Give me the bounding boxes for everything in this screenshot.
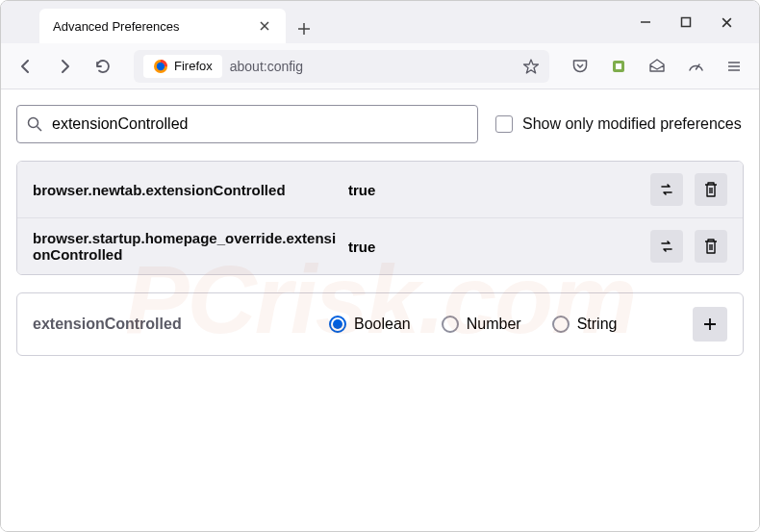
radio-boolean[interactable]: Boolean xyxy=(329,316,411,333)
menu-button[interactable] xyxy=(721,53,747,80)
pocket-icon[interactable] xyxy=(567,53,594,80)
back-button[interactable] xyxy=(13,53,39,80)
add-button[interactable] xyxy=(693,307,727,342)
toggle-button[interactable] xyxy=(650,173,683,206)
preference-name: browser.startup.homepage_override.extens… xyxy=(33,230,337,263)
address-bar[interactable]: Firefox about:config xyxy=(134,50,549,83)
search-box[interactable] xyxy=(16,105,478,143)
firefox-icon xyxy=(153,59,168,74)
search-input[interactable] xyxy=(52,115,468,133)
delete-button[interactable] xyxy=(695,173,727,206)
preference-value: true xyxy=(348,182,639,198)
tab-bar: Advanced Preferences xyxy=(1,1,759,43)
new-preference-name: extensionControlled xyxy=(33,316,302,333)
bookmark-star-icon[interactable] xyxy=(522,58,540,75)
mail-icon[interactable] xyxy=(644,53,671,80)
minimize-button[interactable] xyxy=(638,14,653,30)
delete-button[interactable] xyxy=(695,230,727,263)
preference-name: browser.newtab.extensionControlled xyxy=(33,182,337,198)
radio-label: Boolean xyxy=(354,316,411,333)
preference-value: true xyxy=(348,239,639,255)
radio-label: Number xyxy=(467,316,521,333)
show-modified-checkbox[interactable]: Show only modified preferences xyxy=(495,115,742,133)
url-text: about:config xyxy=(230,59,303,74)
about-config-content: Show only modified preferences browser.n… xyxy=(1,89,759,531)
checkbox-icon xyxy=(495,115,513,133)
preference-row: browser.newtab.extensionControlled true xyxy=(17,162,743,218)
radio-number[interactable]: Number xyxy=(442,316,521,333)
window-controls xyxy=(638,14,751,30)
new-tab-button[interactable] xyxy=(286,14,322,43)
svg-rect-0 xyxy=(682,18,691,27)
radio-string[interactable]: String xyxy=(552,316,618,333)
svg-point-5 xyxy=(29,118,38,128)
tab-title: Advanced Preferences xyxy=(53,19,180,34)
type-radio-group: Boolean Number String xyxy=(329,316,617,333)
meter-icon[interactable] xyxy=(682,53,709,80)
preference-actions xyxy=(650,230,727,263)
checkbox-label: Show only modified preferences xyxy=(522,115,742,133)
radio-icon xyxy=(552,316,570,333)
extension-icon[interactable] xyxy=(605,53,632,80)
svg-rect-4 xyxy=(616,63,621,69)
close-tab-icon[interactable] xyxy=(257,18,272,34)
new-preference-row: extensionControlled Boolean Number Strin… xyxy=(16,292,744,356)
preference-actions xyxy=(650,173,727,206)
radio-label: String xyxy=(577,316,618,333)
reload-button[interactable] xyxy=(89,53,116,80)
radio-icon xyxy=(329,316,346,333)
identity-label: Firefox xyxy=(174,59,213,73)
browser-tab[interactable]: Advanced Preferences xyxy=(39,9,286,43)
search-row: Show only modified preferences xyxy=(16,105,744,143)
preference-table: browser.newtab.extensionControlled true … xyxy=(16,161,744,275)
radio-icon xyxy=(442,316,459,333)
preference-row: browser.startup.homepage_override.extens… xyxy=(17,218,743,274)
close-window-button[interactable] xyxy=(719,14,734,30)
navigation-toolbar: Firefox about:config xyxy=(1,43,759,89)
maximize-button[interactable] xyxy=(678,14,694,30)
forward-button[interactable] xyxy=(51,53,78,80)
browser-window: Advanced Preferences xyxy=(0,0,760,532)
identity-box[interactable]: Firefox xyxy=(143,55,222,78)
toggle-button[interactable] xyxy=(650,230,683,263)
search-icon xyxy=(27,116,42,132)
